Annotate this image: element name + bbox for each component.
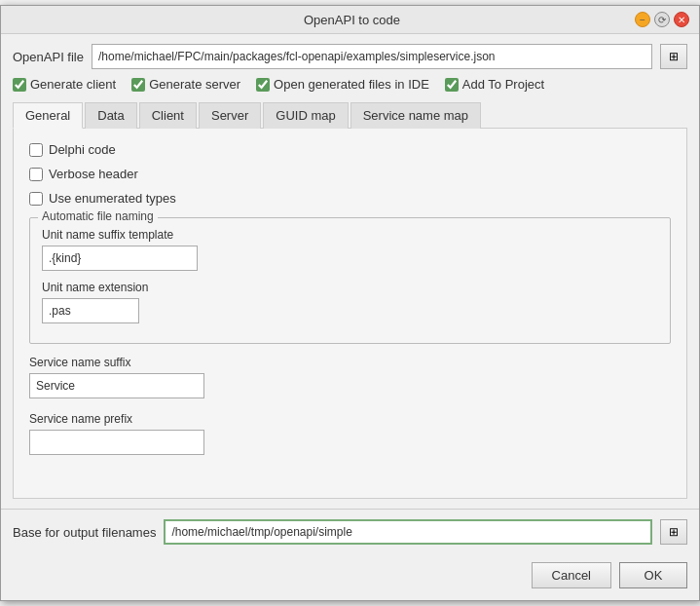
open-generated-files-label: Open generated files in IDE xyxy=(274,77,429,92)
close-button[interactable]: ✕ xyxy=(674,12,689,27)
tab-data[interactable]: Data xyxy=(85,102,136,129)
group-box-title: Automatic file naming xyxy=(38,209,158,223)
base-output-input[interactable] xyxy=(164,519,652,545)
content-area: OpenAPI file ⊞ Generate client Generate … xyxy=(1,34,699,509)
use-enumerated-types-row: Use enumerated types xyxy=(29,191,671,206)
generate-client-label: Generate client xyxy=(30,77,116,92)
base-output-browse-button[interactable]: ⊞ xyxy=(660,519,687,545)
tab-content-general: Delphi code Verbose header Use enumerate… xyxy=(13,129,687,499)
tab-guid-map[interactable]: GUID map xyxy=(263,102,348,129)
main-window: OpenAPI to code − ⟳ ✕ OpenAPI file ⊞ Gen… xyxy=(0,5,700,601)
openapi-file-input[interactable] xyxy=(92,44,652,69)
window-title: OpenAPI to code xyxy=(69,13,635,27)
unit-name-suffix-template-input[interactable] xyxy=(42,246,198,271)
tab-server[interactable]: Server xyxy=(199,102,261,129)
openapi-file-browse-button[interactable]: ⊞ xyxy=(660,44,687,69)
options-checkboxes-row: Generate client Generate server Open gen… xyxy=(13,77,687,92)
unit-name-extension-label: Unit name extension xyxy=(42,281,658,294)
tabs-bar: General Data Client Server GUID map Serv… xyxy=(13,101,687,129)
service-name-suffix-label: Service name suffix xyxy=(29,356,671,369)
use-enumerated-types-checkbox[interactable] xyxy=(29,192,43,206)
verbose-header-row: Verbose header xyxy=(29,167,671,181)
bottom-row: Base for output filenames ⊞ xyxy=(1,509,699,554)
verbose-header-label: Verbose header xyxy=(49,167,138,181)
add-to-project-checkbox[interactable] xyxy=(445,78,459,92)
minimize-button[interactable]: − xyxy=(635,12,650,27)
openapi-file-row: OpenAPI file ⊞ xyxy=(13,44,687,69)
open-generated-files-checkbox-item[interactable]: Open generated files in IDE xyxy=(256,77,429,92)
tab-service-name-map[interactable]: Service name map xyxy=(350,102,481,129)
generate-server-checkbox[interactable] xyxy=(131,78,145,92)
openapi-file-label: OpenAPI file xyxy=(13,50,84,64)
automatic-file-naming-group: Automatic file naming Unit name suffix t… xyxy=(29,217,671,344)
add-to-project-label: Add To Project xyxy=(462,77,544,92)
restore-button[interactable]: ⟳ xyxy=(654,12,670,27)
browse-icon: ⊞ xyxy=(669,50,679,63)
open-generated-files-checkbox[interactable] xyxy=(256,78,270,92)
delphi-code-row: Delphi code xyxy=(29,142,671,157)
generate-server-checkbox-item[interactable]: Generate server xyxy=(131,77,240,92)
unit-name-extension-input[interactable] xyxy=(42,298,139,323)
base-output-label: Base for output filenames xyxy=(13,525,156,540)
service-name-suffix-group: Service name suffix xyxy=(29,356,671,398)
service-name-prefix-group: Service name prefix xyxy=(29,412,671,455)
add-to-project-checkbox-item[interactable]: Add To Project xyxy=(445,77,544,92)
unit-name-extension-group: Unit name extension xyxy=(42,281,658,323)
generate-client-checkbox[interactable] xyxy=(13,78,26,92)
use-enumerated-types-label: Use enumerated types xyxy=(49,191,176,206)
generate-server-label: Generate server xyxy=(149,77,240,92)
browse-icon-bottom: ⊞ xyxy=(669,525,679,539)
delphi-code-checkbox[interactable] xyxy=(29,143,43,157)
cancel-button[interactable]: Cancel xyxy=(532,562,611,588)
delphi-code-label: Delphi code xyxy=(49,142,116,157)
unit-name-suffix-template-label: Unit name suffix template xyxy=(42,228,658,242)
tab-general[interactable]: General xyxy=(13,102,83,129)
unit-name-suffix-template-group: Unit name suffix template xyxy=(42,228,658,271)
titlebar-buttons: − ⟳ ✕ xyxy=(635,12,689,27)
titlebar: OpenAPI to code − ⟳ ✕ xyxy=(1,6,699,34)
tab-client[interactable]: Client xyxy=(139,102,197,129)
service-name-suffix-input[interactable] xyxy=(29,373,204,398)
ok-button[interactable]: OK xyxy=(619,562,687,588)
verbose-header-checkbox[interactable] xyxy=(29,168,43,181)
buttons-row: Cancel OK xyxy=(1,554,699,600)
generate-client-checkbox-item[interactable]: Generate client xyxy=(13,77,116,92)
service-name-prefix-input[interactable] xyxy=(29,430,204,455)
service-name-prefix-label: Service name prefix xyxy=(29,412,671,426)
